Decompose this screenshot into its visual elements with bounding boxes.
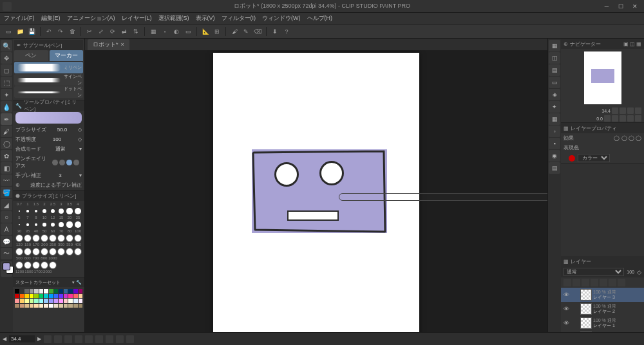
brush-size-swatch[interactable] bbox=[24, 248, 32, 256]
color-swatch[interactable] bbox=[54, 294, 59, 299]
brush-size-swatch[interactable] bbox=[15, 248, 23, 256]
layer-opacity[interactable]: 100 bbox=[627, 270, 634, 274]
open-icon[interactable]: 📁 bbox=[15, 27, 24, 36]
layer-blend-select[interactable]: 通常 bbox=[564, 268, 624, 276]
brush-size-swatch[interactable] bbox=[32, 207, 40, 215]
color-swatch[interactable] bbox=[15, 304, 19, 308]
redo-icon[interactable]: ↷ bbox=[56, 27, 65, 36]
flip-v-icon[interactable]: ⇅ bbox=[131, 27, 140, 36]
color-swatch[interactable] bbox=[64, 289, 68, 294]
color-swatch[interactable] bbox=[15, 294, 19, 299]
subtool-tab-pen[interactable]: ペン bbox=[14, 50, 48, 61]
angle-slider[interactable] bbox=[612, 115, 618, 122]
brush-size-swatch[interactable] bbox=[49, 234, 57, 242]
menu-animation[interactable]: アニメーション(A) bbox=[67, 14, 115, 23]
color-swatch[interactable] bbox=[24, 304, 29, 308]
brush-size-swatch[interactable] bbox=[24, 234, 32, 242]
color-swatch[interactable] bbox=[73, 304, 78, 308]
help-icon[interactable]: ? bbox=[282, 27, 291, 36]
subtool-tab-marker[interactable]: マーカー bbox=[50, 50, 84, 61]
tool-balloon[interactable]: 💬 bbox=[1, 236, 12, 247]
tool-correct[interactable]: 〜 bbox=[1, 248, 12, 259]
tool-text[interactable]: A bbox=[1, 223, 12, 235]
right-pose-icon[interactable]: ▤ bbox=[549, 64, 560, 76]
status-ico4[interactable] bbox=[75, 335, 82, 343]
fg-color[interactable] bbox=[3, 263, 10, 270]
color-swatch[interactable] bbox=[79, 294, 83, 299]
zoom-out-icon[interactable] bbox=[612, 107, 618, 114]
layer-item[interactable]: 👁 100 % 通常レイヤー 1 bbox=[561, 316, 644, 330]
undo-icon[interactable]: ↶ bbox=[44, 27, 53, 36]
right-3d-icon[interactable]: ◫ bbox=[549, 52, 560, 64]
color-swatch[interactable] bbox=[49, 294, 53, 299]
fit-icon[interactable] bbox=[635, 107, 641, 114]
status-ico7[interactable] bbox=[106, 335, 113, 343]
brush-size-swatch[interactable] bbox=[57, 248, 65, 256]
color-swatch[interactable] bbox=[34, 299, 39, 303]
brush-size-swatch[interactable] bbox=[32, 261, 40, 269]
right-material-icon[interactable]: ▦ bbox=[549, 40, 560, 51]
brush-size-swatch[interactable] bbox=[32, 221, 40, 228]
right-effect-icon[interactable]: ✦ bbox=[549, 101, 560, 113]
border-icon[interactable]: ▭ bbox=[184, 27, 193, 36]
brush-item-0[interactable]: ミリペン bbox=[14, 62, 83, 73]
color-swatch[interactable] bbox=[15, 299, 19, 303]
color-swatch[interactable] bbox=[39, 289, 44, 294]
close-button[interactable]: ✕ bbox=[629, 2, 641, 11]
layer-draft-icon[interactable] bbox=[591, 279, 598, 286]
color-swatch[interactable] bbox=[49, 289, 53, 294]
color-swatch[interactable] bbox=[30, 294, 34, 299]
brush-size-swatch[interactable] bbox=[49, 221, 57, 228]
brush-size-swatch[interactable] bbox=[24, 207, 32, 215]
nav-angle[interactable]: 0.0 bbox=[596, 117, 603, 121]
color-swatch[interactable] bbox=[73, 299, 78, 303]
color-swatch[interactable] bbox=[20, 294, 24, 299]
color-swatch[interactable] bbox=[20, 299, 24, 303]
document-tab[interactable]: ロボット* × bbox=[88, 39, 129, 50]
right-autoaction-icon[interactable]: ▪ bbox=[549, 138, 560, 149]
pen-icon[interactable]: ✎ bbox=[242, 27, 251, 36]
status-ico6[interactable] bbox=[95, 335, 103, 343]
rotate-right-icon[interactable] bbox=[620, 115, 626, 122]
select-all-icon[interactable]: ▦ bbox=[149, 27, 158, 36]
brush-size-swatch[interactable] bbox=[74, 248, 82, 256]
brush-size-swatch[interactable] bbox=[41, 248, 48, 256]
layer-pin-icon[interactable] bbox=[573, 279, 580, 286]
canvas[interactable] bbox=[213, 53, 419, 342]
opacity-value[interactable]: 100 bbox=[53, 136, 61, 142]
brush-size-swatch[interactable] bbox=[57, 207, 65, 215]
cut-icon[interactable]: ✂ bbox=[85, 27, 94, 36]
layer-item[interactable]: 👁 100 % 通常レイヤー 3 bbox=[561, 288, 644, 302]
status-zoom[interactable]: 34.4 bbox=[9, 335, 35, 342]
right-history-icon[interactable]: ▫ bbox=[549, 126, 560, 137]
tool-operation[interactable]: ◻ bbox=[1, 64, 12, 76]
blend-value[interactable]: 通常 bbox=[55, 145, 66, 153]
color-swatch[interactable] bbox=[44, 289, 48, 294]
brush-size-swatch[interactable] bbox=[24, 221, 32, 228]
tool-fill[interactable]: 🪣 bbox=[1, 187, 12, 198]
color-swatch[interactable] bbox=[54, 289, 59, 294]
tool-pen[interactable]: ✒ bbox=[1, 113, 12, 125]
color-picker[interactable] bbox=[1, 261, 12, 277]
color-swatch[interactable] bbox=[20, 304, 24, 308]
menu-edit[interactable]: 編集(E) bbox=[41, 14, 61, 23]
tool-eraser[interactable]: ◧ bbox=[1, 162, 12, 174]
color-swatch[interactable] bbox=[79, 289, 83, 294]
maximize-button[interactable]: ☐ bbox=[614, 2, 627, 11]
brush-size-swatch[interactable] bbox=[15, 221, 23, 228]
color-swatch[interactable] bbox=[59, 294, 63, 299]
reset-angle-icon[interactable] bbox=[627, 115, 634, 122]
menu-filter[interactable]: フィルター(I) bbox=[222, 14, 256, 23]
menu-file[interactable]: ファイル(F) bbox=[4, 14, 35, 23]
navigator-thumbnail[interactable] bbox=[584, 51, 621, 104]
color-swatch[interactable] bbox=[24, 289, 29, 294]
color-swatch[interactable] bbox=[34, 294, 39, 299]
tool-blend[interactable]: 〰 bbox=[1, 174, 12, 186]
color-swatch[interactable] bbox=[54, 299, 59, 303]
layer-item[interactable]: 👁 100 % 通常レイヤー 2 bbox=[561, 302, 644, 316]
tool-move[interactable]: ✥ bbox=[1, 52, 12, 64]
brush-size-swatch[interactable] bbox=[57, 234, 65, 242]
color-swatch[interactable] bbox=[79, 299, 83, 303]
color-swatch[interactable] bbox=[64, 304, 68, 308]
menu-layer[interactable]: レイヤー(L) bbox=[122, 14, 152, 23]
